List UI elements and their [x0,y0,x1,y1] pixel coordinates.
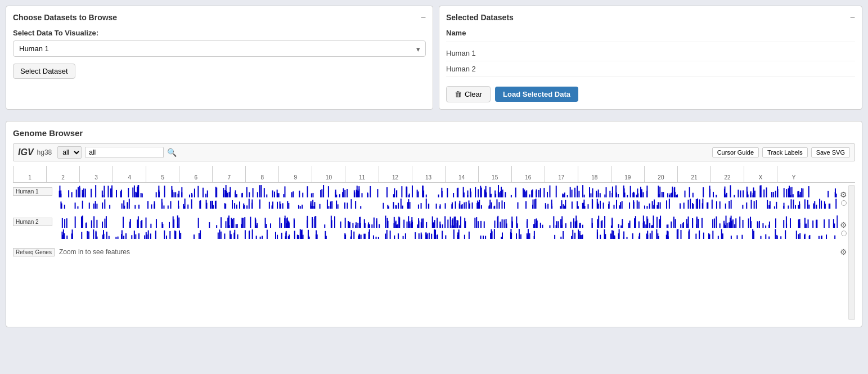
svg-rect-269 [401,186,402,197]
chromosome-item: 16 [511,166,545,182]
svg-rect-7 [540,188,541,197]
svg-rect-387 [187,205,188,209]
load-selected-data-button[interactable]: Load Selected Data [495,87,578,102]
svg-rect-451 [619,205,620,209]
svg-rect-87 [685,191,686,197]
chromosome-item: 19 [611,166,644,182]
svg-rect-783 [765,226,766,228]
search-icon[interactable]: 🔍 [167,148,177,157]
svg-rect-755 [730,218,731,228]
svg-rect-1090 [234,230,235,239]
svg-rect-827 [799,223,800,228]
svg-rect-672 [455,217,456,228]
svg-rect-939 [353,232,354,239]
svg-rect-1052 [309,237,310,239]
svg-rect-123 [426,195,427,197]
svg-rect-1001 [434,230,435,239]
svg-rect-999 [516,233,517,239]
svg-rect-342 [421,203,422,209]
human1-track-sub [55,199,838,209]
svg-rect-461 [277,202,278,209]
svg-rect-723 [409,221,410,228]
svg-rect-154 [178,194,179,197]
track-labels-button[interactable]: Track Labels [762,147,808,157]
svg-rect-484 [461,205,462,209]
svg-rect-1030 [87,231,88,239]
svg-rect-864 [574,233,575,239]
svg-rect-873 [722,233,723,239]
human2-track-group: Human 2 ⚙ [13,215,847,241]
svg-rect-476 [600,201,601,209]
igv-search-input[interactable] [85,147,164,158]
chromosome-ruler: 12345678910111213141516171819202122XY [13,166,855,183]
svg-rect-125 [523,188,524,197]
chromosome-item: 20 [644,166,677,182]
dataset-dropdown[interactable]: Human 1 Human 2 Human 3 [13,40,426,57]
svg-rect-871 [138,233,140,239]
chromosome-item: 15 [478,166,511,182]
svg-rect-1013 [106,232,107,239]
svg-rect-840 [161,222,163,228]
svg-rect-448 [466,202,467,209]
chromosome-item: X [744,166,777,182]
svg-rect-233 [189,195,190,197]
svg-rect-1073 [703,233,704,239]
svg-rect-808 [688,217,689,228]
svg-rect-623 [237,224,238,228]
svg-rect-1077 [579,231,581,239]
svg-rect-707 [582,225,583,228]
human2-gear-icon[interactable]: ⚙ [840,220,847,229]
svg-rect-947 [378,237,379,239]
svg-rect-121 [589,187,590,197]
save-svg-button[interactable]: Save SVG [811,147,850,157]
choose-panel-minimize[interactable]: − [421,13,426,22]
svg-rect-86 [249,192,250,197]
svg-rect-880 [199,233,200,239]
svg-rect-1058 [115,237,116,239]
svg-rect-490 [565,200,566,209]
svg-rect-401 [163,205,164,209]
svg-rect-793 [836,215,838,228]
select-dataset-button[interactable]: Select Dataset [13,64,75,79]
svg-rect-465 [451,204,452,209]
svg-rect-831 [502,219,503,228]
svg-rect-129 [532,190,533,197]
svg-rect-704 [426,222,427,228]
svg-rect-792 [289,222,290,228]
svg-rect-453 [712,200,713,209]
svg-rect-918 [519,229,520,239]
svg-rect-205 [689,187,690,197]
svg-rect-361 [683,202,685,209]
svg-rect-987 [445,235,446,239]
svg-rect-427 [336,201,337,209]
chromosome-select[interactable]: all [57,146,82,159]
svg-rect-517 [407,202,408,209]
chromosome-item: 7 [212,166,245,182]
svg-rect-396 [393,202,394,209]
svg-rect-1043 [426,235,427,239]
svg-rect-455 [481,205,482,209]
svg-rect-345 [795,205,796,209]
svg-rect-292 [724,189,725,197]
selected-panel-minimize[interactable]: − [850,13,855,22]
svg-rect-847 [643,215,644,228]
svg-rect-1068 [61,232,62,239]
svg-rect-45 [156,192,157,197]
svg-rect-988 [325,231,326,239]
svg-rect-456 [716,201,717,209]
clear-button[interactable]: 🗑 Clear [446,86,491,102]
svg-rect-1014 [218,232,219,239]
svg-rect-183 [547,192,548,197]
refseq-gear-icon[interactable]: ⚙ [840,247,847,256]
vertical-scrollbar[interactable] [848,185,855,320]
human1-gear-icon[interactable]: ⚙ [840,190,847,199]
svg-rect-1021 [155,231,156,239]
svg-rect-670 [365,223,366,228]
svg-rect-414 [129,199,130,209]
chromosome-item: 22 [710,166,744,182]
svg-rect-83 [241,193,242,197]
svg-rect-549 [592,200,593,209]
cursor-guide-button[interactable]: Cursor Guide [712,147,759,157]
svg-rect-16 [726,193,727,197]
svg-rect-250 [799,195,800,197]
